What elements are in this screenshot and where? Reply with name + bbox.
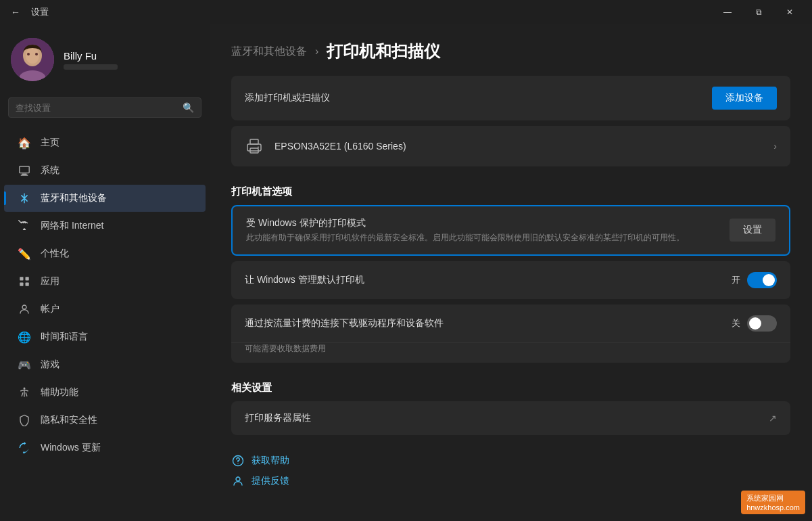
search-input[interactable]: [16, 103, 177, 113]
close-button[interactable]: ✕: [774, 0, 805, 24]
sidebar-item-apps[interactable]: 应用: [4, 268, 206, 295]
svg-point-4: [27, 53, 30, 55]
svg-point-20: [237, 463, 238, 463]
svg-rect-6: [20, 166, 29, 173]
sidebar-item-network[interactable]: 网络和 Internet: [4, 212, 206, 240]
personalize-icon: ✏️: [18, 247, 31, 260]
manage-default-state: 开: [732, 274, 740, 286]
breadcrumb-parent[interactable]: 蓝牙和其他设备: [231, 45, 307, 59]
minimize-button[interactable]: —: [712, 0, 743, 24]
time-icon: 🌐: [18, 330, 31, 344]
window-controls: — ⧉ ✕: [712, 0, 805, 24]
toggle-thumb: [763, 274, 775, 286]
manage-default-row: 让 Windows 管理默认打印机 开: [231, 261, 790, 299]
user-profile[interactable]: Billy Fu: [0, 24, 210, 92]
update-icon: [18, 441, 31, 455]
bluetooth-icon: [18, 191, 31, 205]
sidebar-item-home[interactable]: 🏠 主页: [4, 129, 206, 156]
svg-point-14: [24, 388, 26, 390]
external-link-icon: ↗: [769, 413, 777, 424]
games-icon: 🎮: [18, 358, 31, 371]
search-icon: 🔍: [183, 102, 194, 113]
printer-preferences-heading: 打印机首选项: [231, 172, 790, 205]
sidebar-item-label: 个性化: [41, 248, 69, 260]
svg-rect-16: [247, 144, 261, 151]
add-printer-card: 添加打印机或扫描仪 添加设备: [231, 76, 790, 120]
manage-default-toggle[interactable]: [747, 272, 777, 288]
sidebar-item-label: 系统: [41, 164, 59, 177]
metered-sublabel: 可能需要收取数据费用: [231, 343, 790, 363]
printer-icon: [245, 137, 264, 156]
svg-point-18: [258, 147, 259, 148]
sidebar-item-label: 主页: [41, 137, 59, 149]
page-title: 打印机和扫描仪: [327, 41, 440, 62]
user-info: Billy Fu: [64, 50, 118, 70]
svg-rect-8: [21, 175, 28, 175]
main-layout: Billy Fu 🔍 🏠 主页 系统: [0, 24, 812, 521]
manage-default-card: 让 Windows 管理默认打印机 开: [231, 261, 790, 299]
titlebar: ← 设置 — ⧉ ✕: [0, 0, 812, 24]
breadcrumb-separator: ›: [315, 45, 318, 58]
manage-default-toggle-group: 开: [732, 272, 777, 288]
svg-rect-10: [26, 277, 29, 280]
sidebar: Billy Fu 🔍 🏠 主页 系统: [0, 24, 210, 521]
sidebar-item-label: Windows 更新: [41, 442, 101, 454]
titlebar-left: ← 设置: [7, 5, 49, 19]
protected-print-settings-button[interactable]: 设置: [730, 219, 775, 242]
back-button[interactable]: ←: [7, 5, 24, 19]
print-server-label: 打印服务器属性: [245, 412, 311, 424]
sidebar-item-games[interactable]: 🎮 游戏: [4, 351, 206, 378]
svg-point-21: [236, 477, 240, 481]
svg-rect-12: [26, 283, 29, 286]
printer-device-card: EPSON3A52E1 (L6160 Series) ›: [231, 126, 790, 166]
search-container: 🔍: [0, 92, 210, 126]
apps-icon: [18, 275, 31, 288]
sidebar-item-accessibility[interactable]: 辅助功能: [4, 379, 206, 406]
privacy-icon: [18, 413, 31, 427]
protected-print-text: 受 Windows 保护的打印模式 此功能有助于确保采用打印机软件的最新安全标准…: [246, 217, 730, 244]
sidebar-item-label: 应用: [41, 275, 59, 288]
sidebar-item-accounts[interactable]: 帐户: [4, 296, 206, 323]
related-settings-card: 打印服务器属性 ↗: [231, 401, 790, 435]
nav-list: 🏠 主页 系统 蓝牙和其他设备 网络和 Internet: [0, 126, 210, 465]
sidebar-item-time[interactable]: 🌐 时间和语言: [4, 323, 206, 350]
username: Billy Fu: [64, 50, 118, 62]
get-help-label: 获取帮助: [252, 455, 289, 467]
network-icon: [18, 219, 31, 233]
sidebar-item-label: 游戏: [41, 359, 59, 371]
add-device-button[interactable]: 添加设备: [712, 87, 777, 110]
protected-print-card: 受 Windows 保护的打印模式 此功能有助于确保采用打印机软件的最新安全标准…: [231, 205, 790, 256]
svg-rect-15: [250, 139, 258, 144]
sidebar-item-label: 蓝牙和其他设备: [41, 192, 107, 204]
get-help-link[interactable]: 获取帮助: [231, 454, 790, 468]
sidebar-item-update[interactable]: Windows 更新: [4, 434, 206, 461]
print-server-row[interactable]: 打印服务器属性 ↗: [231, 401, 790, 435]
toggle-thumb-metered: [749, 317, 761, 330]
add-printer-label: 添加打印机或扫描仪: [245, 92, 330, 104]
feedback-icon: [231, 474, 245, 488]
search-box: 🔍: [8, 97, 201, 118]
sidebar-item-personalize[interactable]: ✏️ 个性化: [4, 240, 206, 267]
sidebar-item-label: 辅助功能: [41, 386, 78, 399]
content-area: 蓝牙和其他设备 › 打印机和扫描仪 添加打印机或扫描仪 添加设备 EPSON3A…: [210, 24, 812, 521]
metered-connection-toggle[interactable]: [747, 315, 777, 332]
feedback-label: 提供反馈: [252, 475, 289, 487]
app-title: 设置: [31, 6, 49, 18]
user-subtitle: [64, 64, 118, 70]
feedback-link[interactable]: 提供反馈: [231, 474, 790, 488]
svg-point-2: [26, 47, 39, 64]
add-printer-row: 添加打印机或扫描仪 添加设备: [231, 76, 790, 120]
sidebar-item-label: 时间和语言: [41, 331, 88, 343]
sidebar-item-system[interactable]: 系统: [4, 157, 206, 184]
printer-row[interactable]: EPSON3A52E1 (L6160 Series) ›: [231, 126, 790, 166]
protected-print-title: 受 Windows 保护的打印模式: [246, 217, 716, 229]
accounts-icon: [18, 302, 31, 316]
sidebar-item-privacy[interactable]: 隐私和安全性: [4, 407, 206, 434]
content-section: 添加打印机或扫描仪 添加设备 EPSON3A52E1 (L6160 Series…: [210, 76, 812, 435]
home-icon: 🏠: [18, 136, 31, 150]
protected-print-description: 此功能有助于确保采用打印机软件的最新安全标准。启用此功能可能会限制使用旧的默认安…: [246, 232, 716, 244]
svg-rect-7: [22, 174, 26, 175]
svg-rect-9: [20, 277, 23, 280]
maximize-button[interactable]: ⧉: [743, 0, 774, 24]
sidebar-item-bluetooth[interactable]: 蓝牙和其他设备: [4, 185, 206, 212]
